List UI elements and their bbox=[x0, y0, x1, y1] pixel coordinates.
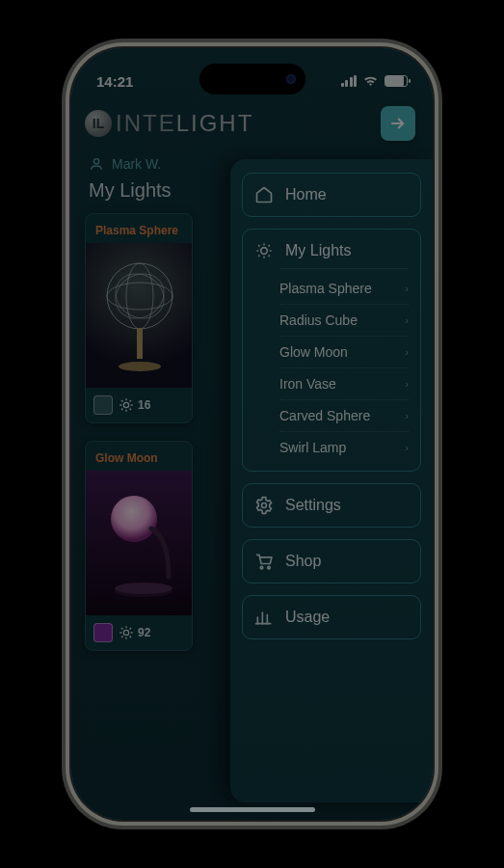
dynamic-island bbox=[199, 64, 305, 95]
user-icon bbox=[89, 156, 104, 172]
nav-settings[interactable]: Settings bbox=[242, 483, 421, 528]
nav-light-label: Swirl Lamp bbox=[279, 440, 346, 455]
svg-point-40 bbox=[260, 566, 263, 569]
cart-icon bbox=[254, 552, 274, 571]
svg-line-14 bbox=[121, 400, 122, 401]
nav-light-label: Iron Vase bbox=[279, 376, 336, 392]
svg-line-36 bbox=[269, 256, 270, 257]
nav-light-label: Radius Cube bbox=[279, 312, 358, 328]
nav-my-lights[interactable]: My Lights Plasma Sphere›Radius Cube›Glow… bbox=[242, 229, 421, 472]
svg-line-37 bbox=[258, 256, 259, 257]
nav-light-item[interactable]: Swirl Lamp› bbox=[279, 432, 409, 463]
brightness-value: 16 bbox=[138, 398, 150, 412]
home-icon bbox=[254, 185, 274, 204]
nav-light-item[interactable]: Iron Vase› bbox=[279, 368, 409, 400]
brightness-value: 92 bbox=[138, 626, 150, 639]
svg-point-9 bbox=[123, 402, 128, 407]
color-swatch[interactable] bbox=[93, 623, 113, 642]
drawer-toggle-button[interactable] bbox=[381, 106, 415, 141]
svg-point-18 bbox=[111, 496, 157, 542]
light-thumbnail bbox=[86, 471, 192, 615]
cellular-icon bbox=[341, 75, 358, 87]
chevron-right-icon: › bbox=[405, 442, 409, 453]
svg-point-21 bbox=[123, 630, 128, 635]
color-swatch[interactable] bbox=[93, 395, 113, 415]
nav-label: My Lights bbox=[285, 242, 351, 259]
brand-logo-block: IL INTELIGHT bbox=[85, 110, 253, 137]
nav-light-item[interactable]: Radius Cube› bbox=[279, 305, 409, 337]
svg-line-27 bbox=[130, 637, 131, 637]
nav-light-item[interactable]: Carved Sphere› bbox=[279, 400, 409, 432]
brand-suffix: LIGHT bbox=[176, 110, 254, 136]
nav-usage[interactable]: Usage bbox=[242, 595, 421, 639]
user-name: Mark W. bbox=[112, 156, 161, 172]
nav-light-label: Carved Sphere bbox=[279, 408, 370, 423]
nav-shop[interactable]: Shop bbox=[242, 539, 421, 583]
svg-line-29 bbox=[130, 628, 131, 629]
nav-label: Usage bbox=[285, 609, 330, 626]
nav-light-item[interactable]: Plasma Sphere› bbox=[279, 273, 409, 305]
svg-line-15 bbox=[130, 409, 131, 410]
nav-home[interactable]: Home bbox=[242, 173, 421, 217]
chevron-right-icon: › bbox=[405, 378, 409, 390]
svg-point-1 bbox=[93, 159, 98, 164]
brightness-icon bbox=[119, 397, 134, 413]
svg-point-39 bbox=[262, 503, 267, 508]
svg-line-26 bbox=[121, 628, 122, 629]
svg-point-4 bbox=[126, 263, 153, 329]
svg-point-6 bbox=[107, 265, 172, 327]
light-thumbnail bbox=[86, 243, 192, 388]
svg-line-17 bbox=[130, 400, 131, 401]
light-card[interactable]: Glow Moon bbox=[85, 441, 193, 651]
gear-icon bbox=[254, 496, 274, 515]
wifi-icon bbox=[362, 75, 379, 87]
brightness-control[interactable]: 16 bbox=[119, 397, 150, 413]
status-time: 14:21 bbox=[96, 73, 133, 90]
nav-light-label: Glow Moon bbox=[279, 344, 348, 360]
svg-line-16 bbox=[121, 409, 122, 410]
nav-label: Home bbox=[285, 186, 327, 203]
light-card-title: Glow Moon bbox=[86, 442, 192, 471]
nav-label: Shop bbox=[285, 553, 321, 570]
nav-drawer: Home My Lights Plasma Sphere›Radius Cube… bbox=[230, 159, 433, 802]
svg-line-35 bbox=[258, 245, 259, 246]
chevron-right-icon: › bbox=[405, 314, 409, 326]
lightbulb-icon bbox=[254, 241, 274, 260]
bar-chart-icon bbox=[254, 608, 274, 627]
brand-mark-icon: IL bbox=[85, 110, 112, 137]
svg-point-20 bbox=[115, 583, 172, 594]
battery-icon bbox=[385, 75, 408, 87]
svg-rect-7 bbox=[137, 328, 143, 359]
light-card[interactable]: Plasma Sphere bbox=[85, 213, 193, 423]
svg-line-38 bbox=[269, 245, 270, 246]
svg-point-2 bbox=[107, 263, 172, 329]
phone-frame: 14:21 IL INTELIGHT bbox=[71, 48, 433, 820]
arrow-right-icon bbox=[389, 115, 407, 132]
nav-light-item[interactable]: Glow Moon› bbox=[279, 337, 409, 368]
svg-line-28 bbox=[121, 637, 122, 637]
chevron-right-icon: › bbox=[405, 410, 409, 421]
nav-light-label: Plasma Sphere bbox=[279, 281, 372, 296]
chevron-right-icon: › bbox=[405, 283, 409, 294]
svg-point-30 bbox=[261, 248, 268, 255]
home-indicator bbox=[190, 807, 315, 812]
svg-point-41 bbox=[268, 566, 271, 569]
brightness-icon bbox=[119, 625, 134, 640]
chevron-right-icon: › bbox=[405, 346, 409, 358]
nav-label: Settings bbox=[285, 497, 341, 514]
svg-point-8 bbox=[119, 362, 161, 371]
brand-prefix: INTE bbox=[116, 110, 176, 136]
light-card-title: Plasma Sphere bbox=[86, 214, 192, 243]
brightness-control[interactable]: 92 bbox=[119, 625, 150, 640]
